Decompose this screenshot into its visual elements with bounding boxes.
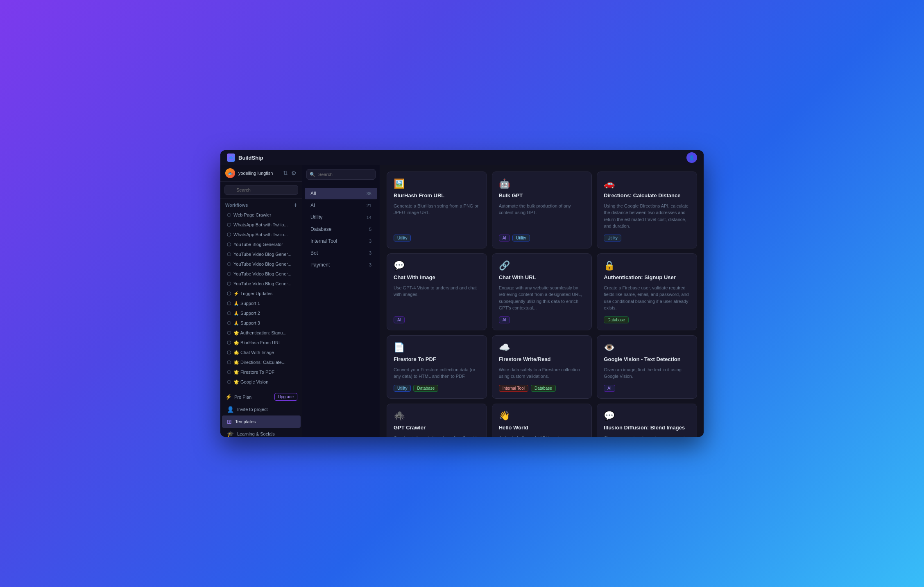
- template-title: Chat With Image: [394, 274, 480, 281]
- template-card-directions[interactable]: 🚗 Directions: Calculate Distance Using t…: [597, 172, 697, 248]
- brand-name: BuildShip: [238, 155, 263, 161]
- user-info: 🐟 yodelling lungfish: [225, 168, 273, 178]
- cat-search-wrapper: 🔍: [302, 165, 380, 184]
- template-description: A simple hello world API to get your fam…: [499, 435, 585, 437]
- pro-plan-label: Pro Plan: [234, 395, 272, 400]
- template-icon: 🔒: [604, 260, 690, 271]
- templates-grid: 🖼️ BlurHash From URL Generate a BlurHash…: [387, 172, 697, 437]
- template-icon: 🕷️: [394, 411, 480, 421]
- sidebar-workflow-item[interactable]: ⬡Web Page Crawler: [222, 210, 301, 220]
- workflow-icon: ⬡: [227, 291, 231, 296]
- chevron-up-down-icon[interactable]: ⇅: [282, 169, 289, 177]
- tag-ai: AI: [394, 316, 405, 323]
- main-content: 🖼️ BlurHash From URL Generate a BlurHash…: [380, 165, 704, 437]
- sidebar-workflow-item[interactable]: ⬡WhatsApp Bot with Twilio...: [222, 230, 301, 239]
- user-avatar-titlebar[interactable]: 👤: [686, 152, 697, 163]
- template-card-chat-image[interactable]: 💬 Chat With Image Use GPT-4 Vision to un…: [387, 253, 487, 330]
- template-card-blurhash[interactable]: 🖼️ BlurHash From URL Generate a BlurHash…: [387, 172, 487, 248]
- workflow-icon: ⬡: [227, 359, 231, 365]
- sidebar-workflow-item[interactable]: ⬡🌟 Directions: Calculate...: [222, 357, 301, 367]
- template-description: Given a prompt and your image, generate …: [604, 435, 690, 437]
- tag-utility: Utility: [512, 235, 530, 242]
- search-input[interactable]: [224, 185, 298, 195]
- sidebar-search-wrapper: 🔍: [224, 185, 298, 195]
- category-all[interactable]: All36: [305, 188, 377, 199]
- template-title: Chat With URL: [499, 274, 585, 281]
- sidebar-item-learning[interactable]: 🎓Learning & Socials: [222, 428, 301, 437]
- sidebar-workflow-item[interactable]: ⬡🙏 Support 1: [222, 298, 301, 308]
- sidebar-workflow-item[interactable]: ⬡🌟 BlurHash From URL: [222, 338, 301, 348]
- lightning-icon: ⚡: [225, 394, 232, 400]
- category-bot[interactable]: Bot3: [305, 247, 377, 259]
- sidebar-workflow-item[interactable]: ⬡YouTube Video Blog Gener...: [222, 279, 301, 289]
- category-database[interactable]: Database5: [305, 224, 377, 235]
- workflows-label: Workflows: [225, 203, 248, 208]
- template-tags: Internal ToolDatabase: [499, 385, 585, 392]
- template-card-firestore-pdf[interactable]: 📄 Firestore To PDF Convert your Firestor…: [387, 335, 487, 399]
- sidebar-workflow-item[interactable]: ⬡YouTube Video Blog Gener...: [222, 269, 301, 279]
- template-title: Directions: Calculate Distance: [604, 192, 690, 199]
- template-icon: 🚗: [604, 178, 690, 189]
- sidebar-search-area: 🔍: [220, 182, 302, 199]
- sidebar-workflow-item[interactable]: ⬡YouTube Blog Generator: [222, 239, 301, 249]
- template-description: Automate the bulk production of any cont…: [499, 203, 585, 230]
- sidebar-workflow-item[interactable]: ⬡WhatsApp Bot with Twilio...: [222, 220, 301, 230]
- template-card-gpt-crawler[interactable]: 🕷️ GPT Crawler Crawl a static website, w…: [387, 404, 487, 437]
- sidebar-workflow-item[interactable]: ⬡YouTube Video Blog Gener...: [222, 259, 301, 269]
- workflow-icon: ⬡: [227, 251, 231, 257]
- tag-utility: Utility: [394, 235, 411, 242]
- add-workflow-button[interactable]: +: [294, 202, 297, 208]
- tag-database: Database: [604, 316, 629, 323]
- template-card-illusion-diffusion[interactable]: 💬 Illusion Diffusion: Blend Images Given…: [597, 404, 697, 437]
- category-payment[interactable]: Payment3: [305, 259, 377, 271]
- invite-icon: 👤: [227, 406, 234, 413]
- template-description: Using the Google Directions API, calcula…: [604, 203, 690, 230]
- category-ai[interactable]: AI21: [305, 200, 377, 211]
- sidebar-workflow-item[interactable]: ⬡🌟 Chat With Image: [222, 348, 301, 357]
- template-title: Google Vision - Text Detection: [604, 356, 690, 363]
- sidebar: 🐟 yodelling lungfish ⇅ ⚙ 🔍 Workflows +: [220, 165, 302, 437]
- template-description: Engage with any website seamlessly by re…: [499, 284, 585, 312]
- template-title: Firestore To PDF: [394, 356, 480, 363]
- template-card-chat-url[interactable]: 🔗 Chat With URL Engage with any website …: [492, 253, 592, 330]
- template-title: Hello World: [499, 424, 585, 431]
- template-tags: AI: [604, 385, 690, 392]
- templates-icon: ⊞: [227, 418, 232, 425]
- sidebar-workflow-item[interactable]: ⬡YouTube Video Blog Gener...: [222, 249, 301, 259]
- category-internal[interactable]: Internal Tool3: [305, 235, 377, 247]
- workflow-icon: ⬡: [227, 320, 231, 326]
- sidebar-item-templates[interactable]: ⊞Templates: [222, 415, 301, 428]
- template-card-firestore-write[interactable]: ☁️ Firestore Write/Read Write data safel…: [492, 335, 592, 399]
- workflows-header: Workflows +: [220, 199, 302, 210]
- sidebar-workflow-item[interactable]: ⬡🌟 Authentication: Signu...: [222, 328, 301, 338]
- template-icon: 🤖: [499, 178, 585, 189]
- gear-icon[interactable]: ⚙: [290, 169, 297, 177]
- workflow-icon: ⬡: [227, 261, 231, 267]
- workflow-icon: ⬡: [227, 350, 231, 355]
- template-card-auth-signup[interactable]: 🔒 Authentication: Signup User Create a F…: [597, 253, 697, 330]
- sidebar-item-invite[interactable]: 👤Invite to project: [222, 403, 301, 415]
- sidebar-workflow-item[interactable]: ⬡🙏 Support 3: [222, 318, 301, 328]
- sidebar-workflow-item[interactable]: ⬡🙏 Support 2: [222, 308, 301, 318]
- user-row: 🐟 yodelling lungfish ⇅ ⚙: [220, 165, 302, 182]
- category-search-input[interactable]: [306, 169, 376, 180]
- sidebar-workflow-item[interactable]: ⬡⚡ Trigger Updates: [222, 289, 301, 298]
- template-card-google-vision[interactable]: 👁️ Google Vision - Text Detection Given …: [597, 335, 697, 399]
- template-icon: 📄: [394, 342, 480, 353]
- template-icon: 👁️: [604, 342, 690, 353]
- template-title: Firestore Write/Read: [499, 356, 585, 363]
- upgrade-button[interactable]: Upgrade: [274, 393, 297, 401]
- template-description: Create a Firebase user, validate require…: [604, 284, 690, 312]
- tag-ai: AI: [499, 235, 510, 242]
- workflow-icon: ⬡: [227, 300, 231, 306]
- brand-logo: [227, 154, 235, 162]
- template-description: Given an image, find the text in it usin…: [604, 366, 690, 380]
- template-description: Convert your Firestore collection data (…: [394, 366, 480, 380]
- category-utility[interactable]: Utility14: [305, 212, 377, 223]
- sidebar-workflow-item[interactable]: ⬡🌟 Firestore To PDF: [222, 367, 301, 377]
- template-card-bulk-gpt[interactable]: 🤖 Bulk GPT Automate the bulk production …: [492, 172, 592, 248]
- sidebar-workflow-item[interactable]: ⬡🌟 Google Vision: [222, 377, 301, 387]
- app-window: BuildShip 👤 🐟 yodelling lungfish ⇅ ⚙ 🔍: [220, 150, 704, 437]
- workflow-icon: ⬡: [227, 330, 231, 336]
- template-card-hello-world[interactable]: 👋 Hello World A simple hello world API t…: [492, 404, 592, 437]
